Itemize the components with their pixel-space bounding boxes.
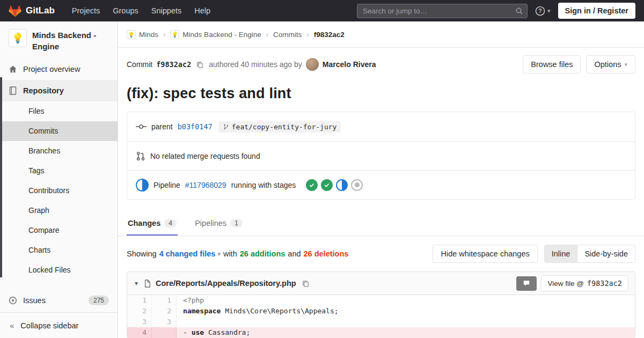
sidebar-item-project-overview[interactable]: Project overview [0,58,118,80]
help-dropdown[interactable]: ? ▾ [535,6,551,16]
pipeline-stages [306,179,363,191]
sidebar-item-compare[interactable]: Compare [0,221,118,240]
sidebar-item-commits[interactable]: Commits [0,121,118,141]
sidebar-item-branches[interactable]: Branches [0,141,118,161]
pipelines-count-badge: 1 [230,219,243,227]
sign-in-button[interactable]: Sign in / Register [558,3,635,19]
and-label: and [288,249,301,258]
branch-name: feat/copy-entity-for-jury [232,123,337,131]
project-mini-avatar: 💡 [170,30,179,39]
breadcrumb-commit-sha: f9832ac2 [314,31,345,39]
stage-status-running-icon[interactable] [336,179,348,191]
diff-line: 1 1 <?php [127,295,635,306]
side-by-side-view-button[interactable]: Side-by-side [577,245,635,262]
merge-request-row: No related merge requests found [127,141,635,170]
sidebar-item-charts[interactable]: Charts [0,240,118,260]
old-line-number[interactable]: 1 [127,295,152,306]
inline-view-button[interactable]: Inline [545,245,577,262]
new-line-number[interactable] [152,327,177,338]
with-label: with [223,249,237,258]
repository-subnav: Files Commits Branches Tags Contributors… [0,101,118,280]
commit-icon [136,123,147,130]
parent-sha-link[interactable]: b03f0147 [178,122,213,131]
comment-icon [523,280,530,287]
file-diff-header: ▾ Core/Reports/Appeals/Repository.php V [127,272,635,295]
svg-text:?: ? [538,8,541,14]
parent-row: parent b03f0147 feat/copy-entity-for-jur… [127,112,635,141]
commit-tabs: Changes 4 Pipelines 1 [118,212,644,236]
diff-line: 2 2 namespace Minds\Core\Reports\Appeals… [127,306,635,317]
branch-ref-pill[interactable]: feat/copy-entity-for-jury [218,121,341,133]
sidebar-item-contributors[interactable]: Contributors [0,181,118,201]
deletions-count: 26 deletions [304,249,349,258]
issues-count-badge: 275 [89,296,109,305]
author-name[interactable]: Marcelo Rivera [323,60,376,69]
stage-status-passed-icon[interactable] [321,179,333,191]
nav-item-groups[interactable]: Groups [106,0,145,21]
breadcrumb-commits[interactable]: Commits [273,31,302,39]
hide-whitespace-button[interactable]: Hide whitespace changes [433,245,537,263]
browse-files-button[interactable]: Browse files [523,55,581,74]
showing-label: Showing [127,249,157,258]
sidebar-item-graph[interactable]: Graph [0,201,118,221]
file-path: Core/Reports/Appeals/Repository.php [156,279,296,288]
diff-toolbar: Showing 4 changed files ▾ with 26 additi… [118,236,644,271]
stage-status-created-icon[interactable] [351,179,363,191]
pipeline-running-icon[interactable] [136,179,149,192]
parent-label: parent [151,122,173,131]
sidebar-item-label: Project overview [23,65,80,74]
breadcrumb-separator: › [163,31,165,39]
diff-line: 3 3 [127,317,635,327]
copy-file-path-button[interactable] [301,278,311,289]
gitlab-logo[interactable]: GitLab [9,5,55,17]
tab-pipelines[interactable]: Pipelines 1 [194,212,244,236]
breadcrumb-separator: › [266,31,268,39]
global-search [357,4,528,18]
pipeline-id-link[interactable]: #117968029 [185,181,226,189]
old-line-number[interactable]: 3 [127,317,152,327]
sidebar-item-files[interactable]: Files [0,101,118,121]
nav-item-snippets[interactable]: Snippets [145,0,188,21]
collapse-sidebar-button[interactable]: « Collapse sidebar [0,312,118,338]
collapse-label: Collapse sidebar [20,321,78,330]
toggle-comments-button[interactable] [516,276,537,291]
new-line-number[interactable]: 2 [152,306,177,317]
main-content: 💡 Minds › 💡 Minds Backend - Engine › Com… [118,21,644,338]
sidebar-item-label: Repository [23,86,64,95]
collapse-file-caret[interactable]: ▾ [134,278,139,288]
sidebar-project-link[interactable]: 💡 Minds Backend - Engine [0,21,118,58]
copy-sha-button[interactable] [195,60,205,70]
author-avatar[interactable] [306,58,319,71]
diff-lines: 1 1 <?php 2 2 namespace Minds\Core\Repor… [127,295,635,338]
sidebar-item-locked-files[interactable]: Locked Files [0,260,118,280]
branch-icon [223,123,229,130]
stage-status-passed-icon[interactable] [306,179,318,191]
diff-view-toggle: Inline Side-by-side [544,245,635,263]
file-diff: ▾ Core/Reports/Appeals/Repository.php V [127,271,635,338]
commit-sha: f9832ac2 [156,60,191,69]
breadcrumb-group-minds[interactable]: 💡 Minds [127,30,158,39]
view-file-button[interactable]: View file @ f9832ac2 [541,275,628,291]
sidebar-item-issues[interactable]: Issues 275 [0,290,118,311]
authored-text: authored 40 minutes ago by [209,60,302,69]
options-dropdown-button[interactable]: Options ▾ [586,55,635,74]
new-line-number[interactable]: 3 [152,317,177,327]
nav-item-help[interactable]: Help [188,0,217,21]
sidebar-item-repository[interactable]: Repository [0,80,118,101]
new-line-number[interactable]: 1 [152,295,177,306]
issues-icon [9,296,17,305]
search-icon [515,7,523,15]
code-text: - use Cassandra; [177,327,635,338]
changed-files-dropdown[interactable]: 4 changed files ▾ [159,249,221,258]
nav-item-projects[interactable]: Projects [65,0,106,21]
search-input[interactable] [357,4,528,18]
sidebar-nav: Project overview Repository Files Commit… [0,58,118,311]
commit-info-box: parent b03f0147 feat/copy-entity-for-jur… [127,112,635,200]
sidebar-item-tags[interactable]: Tags [0,161,118,181]
old-line-number[interactable]: 2 [127,306,152,317]
breadcrumb-project[interactable]: 💡 Minds Backend - Engine [170,30,261,39]
tab-changes[interactable]: Changes 4 [127,212,178,236]
brand-name: GitLab [26,5,55,16]
question-icon: ? [535,6,545,16]
old-line-number[interactable]: 4 [127,327,152,338]
